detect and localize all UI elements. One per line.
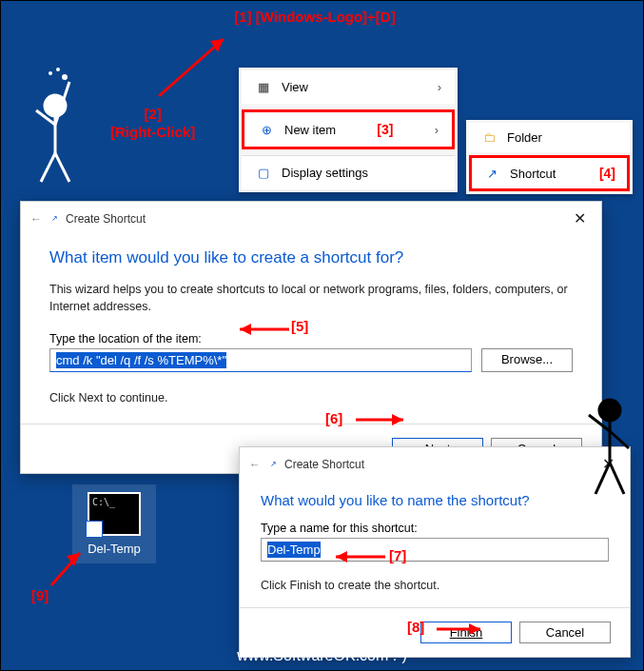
context-menu: ▦ View › ⊕ New item [3] › ▢ Display sett…	[239, 68, 458, 192]
shortcut-glyph-icon: ↗	[51, 214, 58, 223]
ctx-display-settings[interactable]: ▢ Display settings	[242, 155, 455, 189]
tag-7: [7]	[389, 547, 406, 563]
tag-2: [2] [Right-Click]	[110, 106, 195, 142]
shortcut-arrow-icon: ↗	[483, 167, 500, 181]
back-icon[interactable]: ←	[249, 458, 261, 471]
plus-circle-icon: ⊕	[258, 123, 275, 137]
svg-point-7	[49, 71, 52, 75]
name-input[interactable]: Del-Temp	[261, 538, 609, 562]
tag-8: [8]	[407, 619, 424, 635]
cancel-button[interactable]: Cancel	[519, 622, 611, 643]
dialog-heading: What would you like to name the shortcut…	[261, 492, 609, 508]
submenu-label: Folder	[507, 130, 542, 145]
tag-6: [6]	[325, 410, 342, 426]
ctx-new-item[interactable]: ⊕ New item [3] ›	[242, 109, 455, 149]
folder-icon: 🗀	[480, 130, 498, 145]
submenu-folder[interactable]: 🗀 Folder	[469, 123, 630, 152]
tag-1: [1] [Windows-Logo]+[D]	[172, 9, 458, 25]
location-label: Type the location of the item:	[49, 332, 573, 345]
credit-text: www.SoftwareOK.com :-)	[1, 647, 643, 664]
chevron-right-icon: ›	[435, 123, 439, 137]
svg-line-24	[610, 431, 629, 448]
arrow-1-2	[153, 28, 239, 102]
display-icon: ▢	[255, 166, 272, 180]
dialog-title: Create Shortcut	[66, 212, 146, 226]
tutorial-image: SoftwareOK.com [1] [Windows-Logo]+[D] [2…	[0, 0, 644, 671]
stick-figure-right	[572, 382, 644, 515]
desktop-shortcut[interactable]: Del-Temp	[72, 484, 156, 563]
shortcut-name: Del-Temp	[76, 542, 152, 556]
tag-5: [5]	[291, 318, 308, 334]
finish-button[interactable]: Finish	[420, 622, 512, 643]
context-submenu: 🗀 Folder ↗ Shortcut [4]	[466, 120, 633, 194]
submenu-label: Shortcut	[510, 167, 556, 181]
ctx-label: View	[282, 80, 308, 94]
grid-icon: ▦	[255, 80, 272, 94]
location-input[interactable]: cmd /k "del /q /f /s %TEMP%\*"	[49, 348, 472, 372]
svg-line-9	[159, 39, 224, 96]
hint-text: Click Finish to create the shortcut.	[261, 577, 609, 594]
ctx-label: Display settings	[282, 166, 368, 180]
dialog-desc: This wizard helps you to create shortcut…	[49, 281, 573, 315]
back-icon[interactable]: ←	[30, 212, 42, 226]
stick-figure-left	[12, 68, 88, 191]
tag-4: [4]	[599, 166, 615, 181]
svg-point-8	[56, 68, 60, 71]
chevron-right-icon: ›	[438, 80, 441, 94]
svg-point-21	[599, 400, 620, 421]
tag-9: [9]	[31, 587, 49, 603]
dialog-header: ← ↗ Create Shortcut ✕	[21, 202, 601, 235]
svg-line-26	[610, 463, 624, 494]
svg-line-4	[41, 153, 55, 182]
submenu-shortcut[interactable]: ↗ Shortcut [4]	[469, 155, 630, 191]
dialog-title: Create Shortcut	[284, 458, 364, 471]
shortcut-glyph-icon: ↗	[270, 460, 277, 468]
create-shortcut-dialog-1: ← ↗ Create Shortcut ✕ What item would yo…	[20, 201, 602, 474]
svg-point-6	[62, 74, 68, 80]
ctx-label: New item	[284, 123, 336, 137]
svg-line-25	[595, 463, 610, 494]
browse-button[interactable]: Browse...	[481, 348, 573, 372]
svg-marker-10	[210, 39, 224, 52]
name-label: Type a name for this shortcut:	[261, 522, 609, 535]
close-icon[interactable]: ✕	[568, 207, 592, 229]
tag-3: [3]	[377, 122, 393, 137]
ctx-view[interactable]: ▦ View ›	[242, 70, 455, 104]
svg-line-5	[55, 153, 69, 182]
dialog-heading: What item would you like to create a sho…	[49, 248, 573, 267]
cmd-icon	[88, 492, 141, 536]
hint-text: Click Next to continue.	[49, 389, 573, 406]
